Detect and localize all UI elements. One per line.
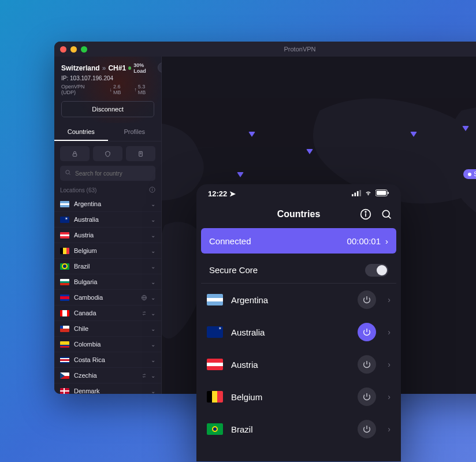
mobile-timer: 00:00:01: [347, 236, 381, 246]
mobile-country-item[interactable]: Belgium›: [196, 381, 401, 413]
mobile-country-name: Australia: [231, 327, 349, 337]
country-name: Colombia: [74, 341, 146, 348]
svg-line-5: [69, 173, 70, 174]
flag-icon: [207, 423, 223, 435]
flag-icon: [60, 310, 69, 316]
zoom-window-button[interactable]: [81, 46, 87, 53]
mobile-country-item[interactable]: Argentina›: [196, 284, 401, 316]
map-country-label: Switzerland: [463, 169, 476, 179]
minimize-window-button[interactable]: [70, 46, 77, 53]
mobile-connected-bar[interactable]: Connected 00:00:01 ›: [201, 228, 396, 254]
svg-line-23: [388, 216, 391, 218]
tab-countries[interactable]: Countries: [54, 123, 108, 141]
flag-icon: [60, 279, 69, 285]
flag-icon: [60, 372, 69, 379]
p2p-icon: [141, 372, 147, 379]
chevron-down-icon: ⌄: [151, 357, 155, 363]
country-item[interactable]: Australia⌄: [54, 212, 161, 228]
country-item[interactable]: Belgium⌄: [54, 243, 161, 259]
chevron-down-icon: ⌄: [151, 326, 155, 332]
mobile-status-bar: 12:22 ➤: [196, 184, 401, 203]
country-name: Brazil: [74, 263, 146, 270]
connection-ip: IP: 103.107.196.204: [61, 75, 154, 81]
server-marker-icon[interactable]: [237, 172, 244, 177]
sidebar: ‹ Switzerland » CH#1 30% Load IP: 103.10…: [54, 57, 162, 394]
country-item[interactable]: Canada⌄: [54, 305, 161, 321]
search-button[interactable]: [380, 208, 393, 221]
country-item[interactable]: Austria⌄: [54, 228, 161, 243]
server-marker-icon[interactable]: [248, 132, 255, 137]
search-input[interactable]: [60, 166, 155, 181]
disconnect-button[interactable]: Disconnect: [61, 101, 154, 117]
chevron-down-icon: ⌄: [151, 232, 155, 239]
mobile-country-item[interactable]: Australia›: [196, 316, 401, 348]
power-button[interactable]: [358, 290, 376, 309]
mobile-country-item[interactable]: Brazil›: [196, 413, 401, 445]
locations-header: Locations (63): [54, 184, 161, 196]
server-marker-icon[interactable]: [410, 132, 417, 137]
mobile-country-list[interactable]: Argentina›Australia›Austria›Belgium›Braz…: [196, 284, 401, 461]
country-list[interactable]: Argentina⌄Australia⌄Austria⌄Belgium⌄Braz…: [54, 196, 161, 394]
info-icon[interactable]: [149, 187, 155, 194]
country-item[interactable]: Cambodia⌄: [54, 290, 161, 305]
server-marker-icon[interactable]: [462, 126, 469, 131]
country-name: Canada: [74, 310, 136, 316]
server-marker-icon[interactable]: [306, 149, 313, 154]
upload-speed: ↑ 5.3 MB: [134, 84, 154, 95]
secure-core-row: Secure Core: [201, 257, 396, 284]
secure-core-label: Secure Core: [209, 265, 258, 275]
mobile-country-name: Belgium: [231, 392, 349, 402]
titlebar: ProtonVPN: [54, 42, 476, 57]
power-button[interactable]: [358, 388, 376, 406]
country-item[interactable]: Bulgaria⌄: [54, 274, 161, 290]
chevron-down-icon: ⌄: [151, 295, 155, 301]
close-window-button[interactable]: [60, 46, 66, 53]
chevron-down-icon: ⌄: [151, 341, 155, 348]
country-item[interactable]: Czechia⌄: [54, 368, 161, 383]
country-item[interactable]: Colombia⌄: [54, 337, 161, 352]
flag-icon: [207, 359, 223, 370]
connection-protocol: OpenVPN (UDP): [61, 84, 101, 95]
p2p-filter-button[interactable]: [126, 146, 155, 161]
chevron-right-icon: ›: [388, 327, 391, 337]
country-item[interactable]: Chile⌄: [54, 321, 161, 337]
wifi-icon: [364, 189, 373, 198]
country-name: Czechia: [74, 372, 136, 379]
country-name: Chile: [74, 325, 146, 332]
power-button[interactable]: [358, 420, 376, 438]
mobile-country-item[interactable]: Austria›: [196, 348, 401, 381]
chevron-right-icon: ›: [388, 360, 391, 369]
country-name: Belgium: [74, 247, 146, 254]
power-button[interactable]: [358, 355, 376, 374]
tor-filter-button[interactable]: [93, 146, 122, 161]
power-button[interactable]: [358, 323, 376, 341]
location-icon: ➤: [229, 189, 236, 198]
connection-server: CH#1: [108, 64, 126, 72]
connection-separator: »: [102, 64, 106, 72]
mobile-country-name: Argentina: [231, 295, 349, 305]
info-button[interactable]: [359, 208, 372, 221]
chevron-down-icon: ⌄: [151, 372, 155, 379]
chevron-down-icon: ⌄: [151, 201, 155, 207]
country-item[interactable]: Brazil⌄: [54, 259, 161, 274]
flag-icon: [207, 391, 223, 403]
connection-country: Switzerland: [61, 64, 100, 72]
signal-icon: [352, 189, 361, 198]
country-item[interactable]: Denmark⌄: [54, 383, 161, 394]
secure-core-filter-button[interactable]: [60, 146, 90, 161]
flag-icon: [60, 295, 69, 301]
svg-rect-0: [73, 154, 76, 157]
country-item[interactable]: Argentina⌄: [54, 196, 161, 212]
svg-point-21: [365, 211, 366, 213]
secure-core-toggle[interactable]: [365, 264, 388, 277]
svg-rect-15: [359, 190, 361, 196]
svg-rect-18: [388, 192, 389, 194]
mobile-app: 12:22 ➤ Countries Connected 00:00:01 › S…: [196, 184, 401, 461]
mobile-header: Countries: [196, 203, 401, 226]
svg-rect-13: [354, 192, 356, 196]
p2p-icon: [141, 310, 147, 316]
country-item[interactable]: Costa Rica⌄: [54, 352, 161, 368]
svg-rect-12: [352, 194, 354, 196]
country-name: Denmark: [74, 388, 146, 394]
tab-profiles[interactable]: Profiles: [108, 123, 162, 141]
